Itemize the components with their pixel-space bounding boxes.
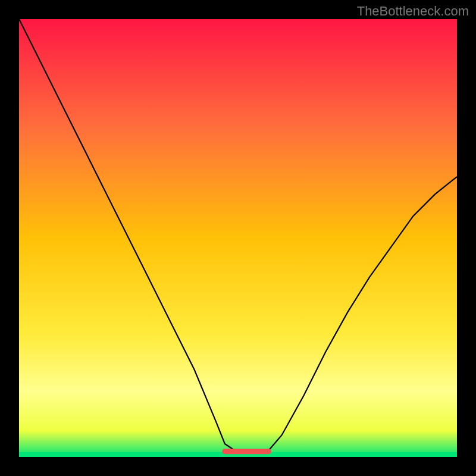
chart-background bbox=[19, 19, 457, 457]
chart-svg bbox=[19, 19, 457, 457]
bottleneck-chart bbox=[19, 19, 457, 457]
watermark-text: TheBottleneck.com bbox=[357, 4, 469, 19]
